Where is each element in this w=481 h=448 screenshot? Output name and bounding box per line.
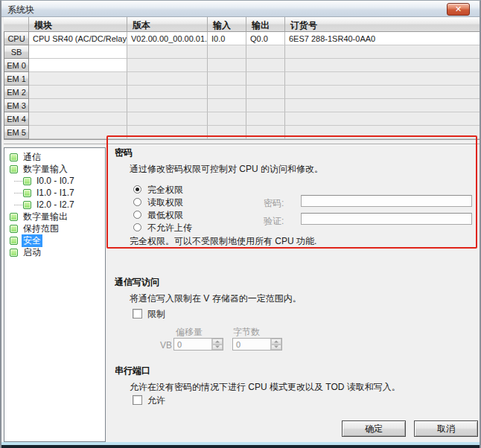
- cell-sb-input: [208, 45, 246, 59]
- tree-item-communication[interactable]: 通信: [4, 151, 105, 163]
- cell-sb-module[interactable]: [29, 45, 127, 59]
- cell-em0-input: [208, 59, 246, 72]
- tree-item-digital-inputs[interactable]: 数字量输入: [4, 163, 105, 175]
- cell-cpu-order: 6ES7 288-1SR40-0AA0: [285, 32, 480, 45]
- row-header-cpu[interactable]: CPU: [4, 32, 29, 45]
- radio-full-access[interactable]: [133, 185, 141, 193]
- vb-prefix-label: VB: [160, 340, 172, 351]
- cell-em2-output: [246, 86, 285, 99]
- serial-port-description: 允许在没有密码的情况下进行 CPU 模式更改以及 TOD 读取和写入。: [130, 381, 401, 394]
- tree-connector: [14, 193, 22, 193]
- row-header-em2[interactable]: EM 2: [4, 86, 29, 99]
- cell-em0-version: [127, 59, 208, 72]
- password-field-label: 密码:: [264, 197, 284, 210]
- cell-em5-version: [127, 126, 208, 139]
- radio-full-access-label: 完全权限: [147, 184, 183, 196]
- module-node-icon: [10, 165, 18, 173]
- cell-sb-order: [285, 45, 480, 59]
- cell-em1-order: [285, 72, 480, 86]
- tree-item-digital-outputs[interactable]: 数字量输出: [4, 211, 105, 223]
- tree-item-i2[interactable]: I2.0 - I2.7: [4, 199, 105, 211]
- cell-em4-input: [208, 112, 246, 126]
- radio-minimum-access-label: 最低权限: [147, 209, 183, 222]
- bytes-label: 字节数: [233, 326, 260, 339]
- row-header-em5[interactable]: EM 5: [4, 126, 29, 139]
- row-header-sb[interactable]: SB: [4, 45, 29, 59]
- cell-em2-order: [285, 86, 480, 99]
- tree-connector: [14, 181, 22, 182]
- radio-no-upload-label: 不允许上传: [147, 222, 192, 234]
- verify-field-label: 验证:: [264, 215, 284, 228]
- tree-connector: [14, 205, 22, 205]
- table-corner-cell: [4, 17, 29, 32]
- tree-item-retentive-ranges[interactable]: 保持范围: [4, 223, 105, 234]
- window-title: 系统块: [7, 4, 34, 16]
- spinner-down-icon: [212, 345, 223, 351]
- comm-write-section-heading: 通信写访问: [115, 276, 159, 289]
- cancel-button[interactable]: 取消: [414, 420, 478, 437]
- close-icon: ✕: [455, 4, 462, 13]
- config-tree: 通信 数字量输入 I0.0 - I0.7 I1.0 - I1.7 I2.0 - …: [4, 147, 106, 442]
- offset-spinner-value: 0: [174, 339, 211, 350]
- offset-spinner: 0: [173, 338, 223, 351]
- cell-em0-order: [285, 59, 480, 72]
- spinner-up-icon: [271, 339, 281, 345]
- radio-read-access[interactable]: [133, 198, 141, 206]
- window-border-bottom: [1, 445, 480, 448]
- column-header-module: 模块: [29, 17, 127, 32]
- column-header-order: 订货号: [285, 17, 480, 32]
- cell-sb-version: [127, 45, 208, 59]
- cell-em1-module: [29, 72, 127, 86]
- column-header-input: 输入: [208, 17, 246, 32]
- cell-cpu-output: Q0.0: [246, 32, 285, 45]
- module-node-icon: [10, 225, 18, 233]
- tree-item-i0[interactable]: I0.0 - I0.7: [4, 175, 105, 187]
- radio-no-upload[interactable]: [133, 223, 141, 231]
- module-node-icon: [10, 237, 18, 245]
- bytes-spinner: 0: [232, 338, 282, 351]
- radio-read-access-label: 读取权限: [147, 196, 183, 209]
- cell-em3-order: [285, 99, 480, 112]
- spinner-down-icon: [271, 345, 281, 351]
- tree-item-startup[interactable]: 启动: [4, 246, 105, 258]
- comm-write-description: 将通信写入限制在 V 存储器的一定范围内。: [130, 292, 302, 305]
- cell-em4-version: [127, 112, 208, 126]
- serial-port-section-heading: 串行端口: [115, 365, 150, 377]
- row-header-em1[interactable]: EM 1: [4, 72, 29, 86]
- cell-em5-order: [285, 126, 480, 139]
- row-header-em4[interactable]: EM 4: [4, 112, 29, 126]
- row-header-em0[interactable]: EM 0: [4, 59, 29, 72]
- allow-checkbox[interactable]: [133, 395, 142, 405]
- module-node-icon: [10, 249, 18, 257]
- module-node-icon: [23, 189, 31, 197]
- cell-em3-output: [246, 99, 285, 112]
- system-block-dialog: 系统块 ✕ 模块 版本 输入 输出 订货号 CPU CPU SR40 (AC/D…: [0, 0, 481, 448]
- module-node-icon: [23, 177, 31, 185]
- restrict-checkbox[interactable]: [133, 309, 142, 319]
- ok-button[interactable]: 确定: [342, 420, 406, 437]
- cell-cpu-module[interactable]: CPU SR40 (AC/DC/Relay): [29, 32, 127, 45]
- password-section-heading: 密码: [115, 147, 133, 159]
- cell-em5-output: [246, 126, 285, 139]
- module-node-icon: [23, 201, 31, 209]
- cell-em1-version: [127, 72, 208, 86]
- password-summary: 完全权限。可以不受限制地使用所有 CPU 功能.: [130, 235, 316, 248]
- radio-minimum-access[interactable]: [133, 211, 141, 219]
- cell-em0-module[interactable]: [29, 59, 127, 72]
- tree-item-security[interactable]: 安全: [4, 234, 105, 246]
- verify-input: [301, 213, 472, 225]
- password-description: 通过修改密码权限可控制对 CPU 的访问和修改。: [130, 163, 323, 176]
- cell-em3-version: [127, 99, 208, 112]
- close-button[interactable]: ✕: [447, 3, 470, 16]
- cell-cpu-input: I0.0: [208, 32, 246, 45]
- cell-em4-output: [246, 112, 285, 126]
- tree-item-i1[interactable]: I1.0 - I1.7: [4, 187, 105, 199]
- cell-em3-module: [29, 99, 127, 112]
- row-header-em3[interactable]: EM 3: [4, 99, 29, 112]
- restrict-checkbox-label: 限制: [147, 308, 165, 321]
- cell-em3-input: [208, 99, 246, 112]
- module-node-icon: [10, 213, 18, 221]
- cell-cpu-version: V02.00.00_00.00.01.00: [127, 32, 208, 45]
- cell-em0-output: [246, 59, 285, 72]
- cell-em1-output: [246, 72, 285, 86]
